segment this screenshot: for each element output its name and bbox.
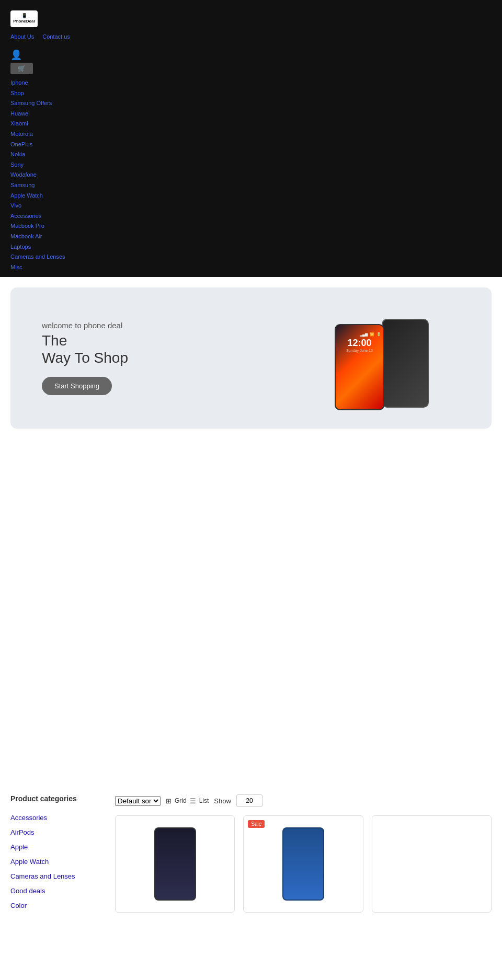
sidebar-title: Product categories	[10, 794, 105, 803]
phone-screen: ▂▄▆ 🛜 🔋 12:00 Sunday June 13	[336, 325, 383, 409]
phone-back	[382, 319, 429, 408]
nav-xiaomi[interactable]: Xiaomi	[10, 119, 492, 129]
list-label: List	[199, 797, 209, 804]
nav-iphone[interactable]: Iphone	[10, 78, 492, 88]
category-accessories[interactable]: Accessories	[10, 811, 105, 825]
top-navigation: 📱PhoneDeal About Us Contact us 👤 🛒 Iphon…	[0, 0, 502, 277]
hero-tagline: Way To Shop	[42, 350, 128, 366]
two-column-layout: Product categories Accessories AirPods A…	[10, 794, 492, 913]
category-cameras[interactable]: Cameras and Lenses	[10, 870, 105, 883]
hero-text: welcome to phone deal The Way To Shop St…	[42, 321, 128, 395]
category-good-deals[interactable]: Good deals	[10, 884, 105, 898]
nav-oneplus[interactable]: OnePlus	[10, 140, 492, 149]
hero-the: The	[42, 332, 128, 350]
phone-front: ▂▄▆ 🛜 🔋 12:00 Sunday June 13	[335, 324, 384, 410]
category-apple-watch[interactable]: Apple Watch	[10, 855, 105, 869]
category-color[interactable]: Color	[10, 899, 105, 913]
cart-button[interactable]: 🛒	[10, 63, 33, 74]
whitespace-area	[0, 439, 502, 784]
cart-icon: 🛒	[18, 65, 26, 72]
show-label: Show	[214, 797, 231, 805]
contact-us-link[interactable]: Contact us	[42, 33, 70, 40]
sidebar: Product categories Accessories AirPods A…	[10, 794, 105, 913]
nav-huawei[interactable]: Huawei	[10, 109, 492, 119]
nav-nokia[interactable]: Nokia	[10, 150, 492, 159]
hero-phone-image: ▂▄▆ 🛜 🔋 12:00 Sunday June 13	[335, 314, 429, 413]
sort-select[interactable]: Default sor	[115, 796, 161, 806]
category-airpods[interactable]: AirPods	[10, 826, 105, 839]
nav-misc[interactable]: Misc	[10, 263, 492, 272]
top-links: About Us Contact us	[10, 31, 492, 44]
nav-sony[interactable]: Sony	[10, 160, 492, 170]
user-icon-area: 👤	[10, 49, 492, 61]
nav-samsung[interactable]: Samsung	[10, 181, 492, 190]
grid-icon[interactable]: ⊞	[166, 797, 172, 805]
main-nav: Iphone Shop Samsung Offers Huawei Xiaomi…	[10, 78, 492, 272]
product-phone-blue	[282, 827, 324, 901]
hero-banner: welcome to phone deal The Way To Shop St…	[10, 287, 492, 429]
products-toolbar: Default sor ⊞ Grid ☰ List Show 20	[115, 794, 492, 807]
start-shopping-button[interactable]: Start Shopping	[42, 377, 112, 395]
products-area: Default sor ⊞ Grid ☰ List Show 20	[115, 794, 492, 913]
products-section: Product categories Accessories AirPods A…	[0, 784, 502, 923]
nav-macbook-air[interactable]: Macbook Air	[10, 232, 492, 241]
category-list: Accessories AirPods Apple Apple Watch Ca…	[10, 811, 105, 913]
nav-samsung-offers[interactable]: Samsung Offers	[10, 99, 492, 108]
product-phone-dark	[154, 827, 196, 901]
nav-motorola[interactable]: Motorola	[10, 130, 492, 139]
phone-time: 12:00	[347, 338, 371, 349]
product-card-sale[interactable]	[243, 815, 363, 913]
nav-cameras[interactable]: Cameras and Lenses	[10, 252, 492, 262]
nav-laptops[interactable]: Laptops	[10, 243, 492, 252]
logo-area: 📱PhoneDeal	[10, 5, 492, 31]
category-apple[interactable]: Apple	[10, 840, 105, 854]
product-card-empty[interactable]	[372, 815, 492, 913]
show-count-input[interactable]: 20	[236, 794, 263, 807]
list-icon[interactable]: ☰	[190, 797, 196, 805]
nav-macbook-pro[interactable]: Macbook Pro	[10, 222, 492, 231]
hero-welcome: welcome to phone deal	[42, 321, 128, 330]
phone-date: Sunday June 13	[346, 349, 373, 352]
about-us-link[interactable]: About Us	[10, 33, 34, 40]
phone-battery-icon: 🔋	[376, 332, 381, 337]
phone-wifi-icon: 🛜	[370, 332, 374, 337]
user-icon: 👤	[10, 50, 22, 60]
nav-apple-watch[interactable]: Apple Watch	[10, 191, 492, 201]
product-grid	[115, 815, 492, 913]
logo-text: 📱PhoneDeal	[13, 14, 35, 24]
grid-label: Grid	[175, 797, 187, 804]
nav-vodafone[interactable]: Wodafone	[10, 170, 492, 180]
nav-shop[interactable]: Shop	[10, 89, 492, 98]
site-logo: 📱PhoneDeal	[10, 10, 38, 27]
phone-signal-icon: ▂▄▆	[360, 332, 368, 337]
view-toggle: ⊞ Grid ☰ List	[166, 797, 209, 805]
nav-accessories[interactable]: Accessories	[10, 212, 492, 221]
product-card[interactable]	[115, 815, 235, 913]
nav-vivo[interactable]: Vivo	[10, 201, 492, 211]
